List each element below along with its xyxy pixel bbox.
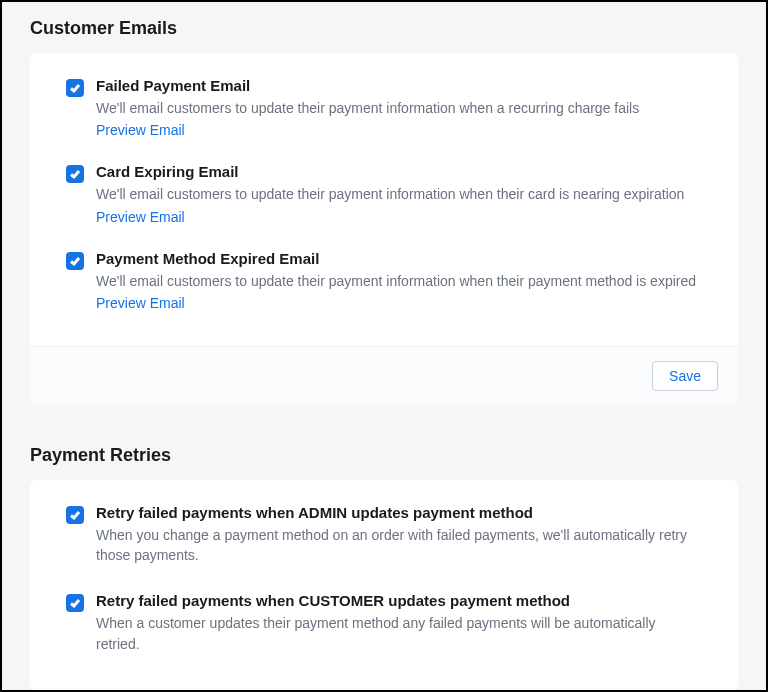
option-retry-customer-update: Retry failed payments when CUSTOMER upda… [66,592,702,657]
option-description: We'll email customers to update their pa… [96,184,702,204]
customer-emails-card: Failed Payment Email We'll email custome… [30,53,738,405]
card-footer: Save [30,346,738,405]
option-title: Failed Payment Email [96,77,702,94]
checkbox-card-expiring-email[interactable] [66,165,84,183]
checkbox-retry-admin-update[interactable] [66,506,84,524]
preview-email-link[interactable]: Preview Email [96,122,185,138]
checkbox-failed-payment-email[interactable] [66,79,84,97]
preview-email-link[interactable]: Preview Email [96,295,185,311]
option-title: Payment Method Expired Email [96,250,702,267]
section-title-customer-emails: Customer Emails [30,18,738,39]
preview-email-link[interactable]: Preview Email [96,209,185,225]
payment-retries-card: Retry failed payments when ADMIN updates… [30,480,738,691]
checkbox-retry-customer-update[interactable] [66,594,84,612]
option-description: When you change a payment method on an o… [96,525,702,566]
checkbox-payment-method-expired-email[interactable] [66,252,84,270]
option-description: We'll email customers to update their pa… [96,271,702,291]
option-description: When a customer updates their payment me… [96,613,702,654]
save-button[interactable]: Save [652,361,718,391]
option-title: Retry failed payments when ADMIN updates… [96,504,702,521]
option-title: Card Expiring Email [96,163,702,180]
option-payment-method-expired-email: Payment Method Expired Email We'll email… [66,250,702,312]
option-description: We'll email customers to update their pa… [96,98,702,118]
section-title-payment-retries: Payment Retries [30,445,738,466]
check-icon [69,168,81,180]
option-title: Retry failed payments when CUSTOMER upda… [96,592,702,609]
option-retry-admin-update: Retry failed payments when ADMIN updates… [66,504,702,569]
check-icon [69,82,81,94]
option-card-expiring-email: Card Expiring Email We'll email customer… [66,163,702,225]
check-icon [69,509,81,521]
check-icon [69,255,81,267]
check-icon [69,597,81,609]
option-failed-payment-email: Failed Payment Email We'll email custome… [66,77,702,139]
